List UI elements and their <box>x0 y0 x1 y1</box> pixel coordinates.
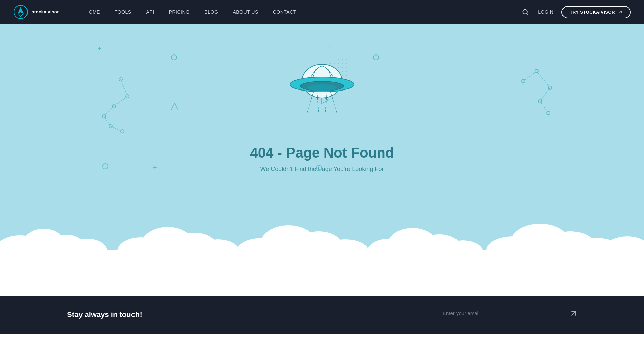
svg-line-3 <box>619 11 621 13</box>
deco-plus-2: + <box>328 43 332 51</box>
nav-tools[interactable]: TOOLS <box>109 7 138 17</box>
nav-api[interactable]: API <box>140 7 160 17</box>
footer: Stay always in touch! <box>0 296 644 334</box>
arrow-icon <box>618 10 623 14</box>
deco-plus-1: + <box>97 44 102 53</box>
clouds-svg <box>0 202 644 255</box>
deco-plus-3: + <box>153 163 157 172</box>
triangle-left <box>171 103 178 112</box>
logo-link[interactable]: stockaivisor <box>13 5 59 19</box>
navbar: stockaivisor HOME TOOLS API PRICING BLOG… <box>0 0 644 24</box>
svg-point-32 <box>307 84 337 91</box>
login-link[interactable]: LOGIN <box>538 9 553 15</box>
svg-line-8 <box>104 106 114 116</box>
nav-blog[interactable]: BLOG <box>199 7 224 17</box>
deco-circle-3 <box>102 163 108 169</box>
send-email-button[interactable] <box>570 310 577 317</box>
email-input-row <box>443 309 577 320</box>
svg-line-2 <box>527 13 528 15</box>
email-form <box>443 309 577 320</box>
svg-line-19 <box>540 88 550 101</box>
nav-about[interactable]: ABOUT US <box>227 7 264 17</box>
deco-circle-1 <box>171 54 177 60</box>
nav-contact[interactable]: CONTACT <box>267 7 303 17</box>
try-stockaivisor-button[interactable]: TRY STOCKAIVISOR <box>561 6 631 18</box>
nav-pricing[interactable]: PRICING <box>163 7 196 17</box>
nav-links: HOME TOOLS API PRICING BLOG ABOUT US CON… <box>79 7 521 17</box>
svg-line-20 <box>540 101 548 113</box>
svg-marker-4 <box>171 103 178 110</box>
svg-line-6 <box>121 79 127 96</box>
svg-rect-61 <box>0 250 644 255</box>
footer-tagline: Stay always in touch! <box>67 310 142 319</box>
send-icon <box>570 310 577 317</box>
constellation-right <box>513 61 560 121</box>
error-title: 404 - Page Not Found <box>250 145 394 161</box>
svg-line-62 <box>572 311 576 315</box>
deco-circle-4 <box>316 165 322 171</box>
error-subtitle: We Couldn't Find the Page You're Looking… <box>260 166 384 173</box>
nav-right: LOGIN TRY STOCKAIVISOR <box>521 6 631 18</box>
hero-section: + + + + <box>0 24 644 202</box>
white-section <box>0 255 644 296</box>
logo-icon <box>13 5 28 19</box>
search-button[interactable] <box>521 7 530 17</box>
svg-line-7 <box>114 96 127 106</box>
search-icon <box>522 9 529 15</box>
svg-line-17 <box>523 71 537 81</box>
cloud-section <box>0 202 644 255</box>
brand-name: stockaivisor <box>32 9 59 15</box>
nav-home[interactable]: HOME <box>79 7 106 17</box>
svg-line-18 <box>537 71 550 88</box>
constellation-left <box>94 76 141 136</box>
deco-plus-4: + <box>380 152 384 160</box>
ufo-illustration <box>265 51 379 138</box>
email-input[interactable] <box>443 309 570 317</box>
